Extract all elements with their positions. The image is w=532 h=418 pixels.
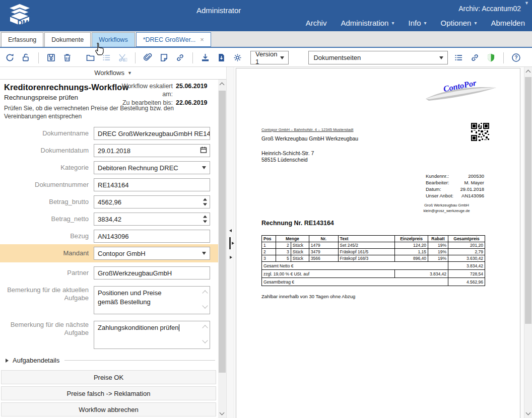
aufgabendetails-expander[interactable]: Aufgabendetails xyxy=(0,357,218,364)
nav-administration[interactable]: Administration xyxy=(341,19,394,27)
spin-up-icon[interactable] xyxy=(203,198,207,201)
payment-note: Zahlbar innerhalb von 30 Tagen ohne Abzu… xyxy=(261,294,355,299)
note-icon[interactable] xyxy=(159,52,169,63)
workflow-actions: Preise OK Preise falsch -> Reklamation W… xyxy=(1,368,216,416)
delete-icon[interactable] xyxy=(62,52,73,63)
invoice-title: Rechnung Nr. RE143164 xyxy=(261,220,334,227)
mandant-select[interactable]: Contopor GmbH xyxy=(94,247,210,260)
link-icon[interactable] xyxy=(175,52,185,63)
svg-text:?: ? xyxy=(514,55,517,60)
chevron-down-icon xyxy=(202,166,206,169)
workflow-panel: Workflows▼ Kreditorenrechnungs-Workflow … xyxy=(0,67,226,418)
toolbar-separator xyxy=(135,52,136,63)
toolbar-separator xyxy=(192,52,193,63)
app-header: DMS Administrator Archiv: Accantum02 ▼ A… xyxy=(0,0,532,31)
due-label: Zu bearbeiten bis: xyxy=(116,99,173,107)
collapse-right-icon[interactable] xyxy=(230,256,232,259)
partner-input[interactable]: GroßWerkzeugbauGmbH xyxy=(94,266,210,280)
spin-down-icon[interactable] xyxy=(203,221,207,223)
bezug-input[interactable]: AN143096 xyxy=(94,230,210,243)
scroll-up-icon[interactable] xyxy=(202,325,208,331)
preise-falsch-button[interactable]: Preise falsch -> Reklamation xyxy=(1,386,216,400)
tab-dokumente[interactable]: Dokumente xyxy=(44,32,91,47)
app: { "colors": { "header_blue": "#2d5c9b", … xyxy=(0,0,532,418)
workflow-form: Kreditorenrechnungs-Workflow Rechnungspr… xyxy=(0,80,218,418)
settings-gear-icon[interactable] xyxy=(232,52,243,63)
collapse-right-icon[interactable] xyxy=(232,242,234,245)
bemerkung-naechste-textarea[interactable]: Zahlungskonditionen prüfen xyxy=(94,321,210,349)
refresh-icon[interactable] xyxy=(5,52,15,63)
viewer-scrollbar[interactable] xyxy=(524,67,532,418)
invoice-table: Pos Menge Nr. Text Einzelpreis Rabatt Ge… xyxy=(261,235,485,286)
recipient-street: Heinrich-Schicht-Str. 7 xyxy=(261,150,314,156)
scroll-up-icon[interactable] xyxy=(526,70,531,75)
download-icon[interactable] xyxy=(200,52,211,63)
splitter-handle[interactable] xyxy=(229,237,231,249)
nav-info[interactable]: Info xyxy=(408,19,426,27)
spin-down-icon[interactable] xyxy=(203,203,207,206)
close-icon[interactable]: × xyxy=(200,36,204,43)
scroll-down-icon[interactable] xyxy=(526,410,531,415)
scrollbar-thumb[interactable] xyxy=(525,77,531,324)
toolbar: Version 1 Dokumentseiten ? xyxy=(0,49,532,67)
dokumentname-input[interactable]: DREC GroßWerkzeugbauGmbH RE143164 xyxy=(94,127,210,140)
stepper-arrows[interactable] xyxy=(203,198,207,206)
contact-email: klein@grosz_werkzeuge.de xyxy=(408,208,486,214)
panel-view-dropdown[interactable]: Workflows▼ xyxy=(0,67,226,80)
nav-abmelden[interactable]: Abmelden xyxy=(491,19,525,27)
field-partner: Partner GroßWerkzeugbauGmbH xyxy=(0,266,218,280)
spin-up-icon[interactable] xyxy=(203,216,207,218)
dokumentdatum-input[interactable]: 29.01.2018 xyxy=(94,144,210,157)
table-row: 23Stück3479Fräskopf 161/51,1519%2,79 xyxy=(262,249,485,255)
gesamtbetrag-row: Gesamtbetrag €4.562,96 xyxy=(262,278,485,286)
version-dropdown[interactable]: Version 1 xyxy=(250,51,289,64)
scroll-down-icon[interactable] xyxy=(202,338,208,343)
export-document-icon[interactable] xyxy=(216,52,227,63)
save-icon[interactable] xyxy=(46,52,56,63)
nav-optionen[interactable]: Optionen xyxy=(441,19,477,27)
toolbar-separator xyxy=(38,52,39,63)
scroll-down-icon[interactable] xyxy=(220,410,225,415)
workflow-abbrechen-button[interactable]: Workflow abbrechen xyxy=(1,402,216,416)
document-page[interactable]: ContoPor Contopor GmbH – Bahnhofstr. 4 –… xyxy=(236,68,520,418)
scroll-down-icon[interactable] xyxy=(202,303,208,309)
chevron-down-icon xyxy=(280,56,284,59)
stepper-arrows[interactable] xyxy=(203,216,207,223)
escalated-date: 25.06.2019 xyxy=(176,83,212,98)
left-scrollbar[interactable] xyxy=(218,80,226,418)
chevron-down-icon[interactable]: ▼ xyxy=(524,1,529,6)
task-list-icon[interactable] xyxy=(453,52,464,63)
scrollbar-thumb[interactable] xyxy=(219,91,226,373)
tab-erfassung[interactable]: Erfassung xyxy=(1,32,43,47)
kategorie-select[interactable]: Debitoren Rechnung DREC xyxy=(94,161,210,174)
link-icon[interactable] xyxy=(470,52,480,63)
workflow-dates: Workflow eskaliert am: 25.06.2019 Zu bea… xyxy=(116,83,212,107)
ust-row: zzgl. 19,00 % € USt. auf3.834,42728,54 xyxy=(262,270,485,278)
attachment-icon[interactable] xyxy=(143,52,153,63)
dokumentnummer-input[interactable]: RE143164 xyxy=(94,178,210,191)
betrag-netto-stepper[interactable]: 3834,42 xyxy=(94,213,210,226)
calendar-icon[interactable] xyxy=(200,147,207,155)
tab-document-drec[interactable]: *DREC GroßWer... × xyxy=(136,32,211,47)
main-nav: Archiv Administration Info Optionen Abme… xyxy=(306,19,525,27)
help-icon[interactable]: ? xyxy=(511,52,521,63)
field-mandant: Mandant Contopor GmbH xyxy=(0,244,218,262)
bemerkung-aktuell-textarea[interactable]: Positionen und Preise gemäß Bestellung xyxy=(94,286,210,314)
dms-logo[interactable]: DMS xyxy=(6,3,33,30)
table-header-row: Pos Menge Nr. Text Einzelpreis Rabatt Ge… xyxy=(262,236,485,242)
main-area: Workflows▼ Kreditorenrechnungs-Workflow … xyxy=(0,67,532,418)
shield-icon[interactable] xyxy=(486,52,496,63)
unlock-icon[interactable] xyxy=(21,52,31,63)
betrag-brutto-stepper[interactable]: 4562,96 xyxy=(94,195,210,208)
scroll-up-icon[interactable] xyxy=(202,291,208,296)
collapse-left-icon[interactable] xyxy=(229,229,232,232)
sender-address-line: Contopor GmbH – Bahnhofstr. 4 – 12345 Mu… xyxy=(261,127,354,132)
panel-splitter[interactable] xyxy=(226,67,234,418)
contact-name: Groß Werkzeugbau GmbH xyxy=(408,202,486,208)
preise-ok-button[interactable]: Preise OK xyxy=(1,370,216,384)
nav-archiv[interactable]: Archiv xyxy=(306,19,327,27)
view-mode-dropdown[interactable]: Dokumentseiten xyxy=(308,51,448,64)
cut-icon xyxy=(117,52,128,63)
scroll-up-icon[interactable] xyxy=(220,83,225,88)
contopor-logo: ContoPor xyxy=(424,75,500,106)
